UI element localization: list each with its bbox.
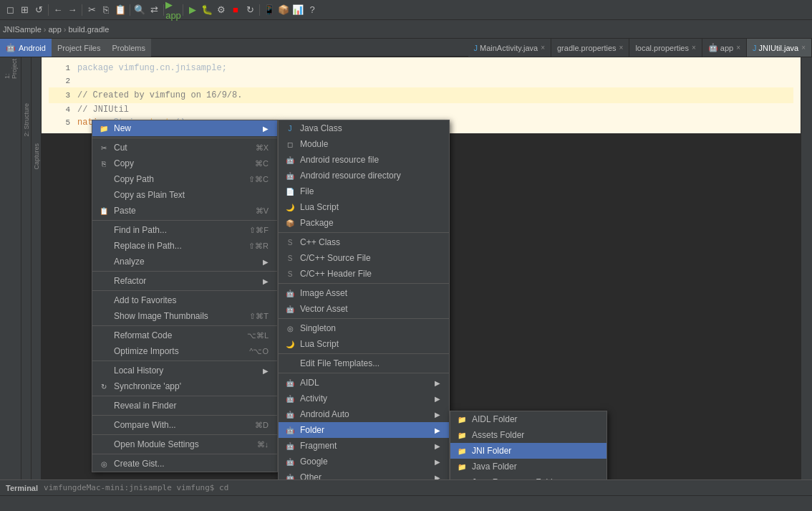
new-android-resource-dir[interactable]: 🤖 Android resource directory <box>279 168 449 183</box>
menu-item-copy-path[interactable]: Copy Path ⇧⌘C <box>92 171 277 187</box>
menu-item-replace-path[interactable]: Replace in Path... ⇧⌘R <box>92 238 277 254</box>
find-icon[interactable]: 🔍 <box>132 3 147 17</box>
undo-icon[interactable]: ← <box>51 3 65 17</box>
close-tab-jniutil[interactable]: × <box>801 44 806 52</box>
run-icon[interactable]: ▶ <box>185 3 200 17</box>
cut-icon: ✂ <box>98 142 110 153</box>
menu-item-module-settings[interactable]: Open Module Settings ⌘↓ <box>92 436 277 452</box>
breadcrumb-jnisample[interactable]: JNISample <box>3 25 42 34</box>
debug-icon[interactable]: 🐛 <box>200 3 214 17</box>
new-module[interactable]: ◻ Module <box>279 136 449 152</box>
new-android-resource-file[interactable]: 🤖 Android resource file <box>279 152 449 168</box>
sync-icon[interactable]: ↻ <box>243 3 257 17</box>
new-file[interactable]: 📄 File <box>279 183 449 199</box>
menu-item-find-path[interactable]: Find in Path... ⇧⌘F <box>92 222 277 238</box>
terminal-label: Terminal <box>6 484 38 492</box>
new-cpp-source[interactable]: S C/C++ Source File <box>279 250 449 266</box>
menu-item-local-history[interactable]: Local History ▶ <box>92 363 277 378</box>
menu-item-image-thumbnails[interactable]: Show Image Thumbnails ⇧⌘T <box>92 308 277 324</box>
right-sidebar <box>801 57 812 494</box>
breadcrumb-gradle[interactable]: build.gradle <box>69 25 110 34</box>
menu-item-add-favorites[interactable]: Add to Favorites <box>92 292 277 308</box>
menu-item-synchronize[interactable]: ↻ Synchronize 'app' <box>92 378 277 394</box>
code-line-4: 4 // JNIUtil <box>49 103 793 116</box>
menu-item-new[interactable]: 📁 New ▶ <box>92 120 277 136</box>
menu-item-reformat[interactable]: Reformat Code ⌥⌘L <box>92 328 277 343</box>
menu-item-compare[interactable]: Compare With... ⌘D <box>92 417 277 433</box>
close-tab-gradle-props[interactable]: × <box>619 44 624 52</box>
run-config-icon[interactable]: ▶ app <box>166 3 180 17</box>
submenu-new: J Java Class ◻ Module 🤖 Android resource… <box>278 120 450 494</box>
java-class-icon: J <box>284 123 296 134</box>
toolbar-icon-3[interactable]: ↺ <box>32 3 46 17</box>
project-icon[interactable]: 1: Project <box>2 60 19 77</box>
editor-tab-app[interactable]: 🤖 app × <box>702 39 747 57</box>
editor-area[interactable]: 1 package vimfung.cn.jnisample; 2 3 // C… <box>42 57 801 494</box>
toolbar-icon-1[interactable]: ◻ <box>3 3 17 17</box>
tab-problems[interactable]: Problems <box>106 39 150 57</box>
new-singleton[interactable]: ◎ Singleton <box>279 320 449 336</box>
edit-file-templates[interactable]: Edit File Templates... <box>279 355 449 371</box>
terminal-bar[interactable]: Terminal vimfungdeMac-mini:jnisample vim… <box>0 479 812 495</box>
toolbar-icon-2[interactable]: ⊞ <box>17 3 32 17</box>
menu-item-analyze[interactable]: Analyze ▶ <box>92 254 277 269</box>
left-panel: 1: Project <box>0 57 21 494</box>
new-folder[interactable]: 🤖 Folder ▶ <box>279 422 449 438</box>
build-icon[interactable]: ⚙ <box>214 3 228 17</box>
replace-icon[interactable]: ⇄ <box>147 3 161 17</box>
menu-item-reveal-finder[interactable]: Reveal in Finder <box>92 398 277 414</box>
structure-icon[interactable]: 2: Structure <box>23 103 30 137</box>
tab-project-files[interactable]: Project Files <box>52 39 107 57</box>
android-profiler-icon[interactable]: 📊 <box>291 3 305 17</box>
menu-item-paste[interactable]: 📋 Paste ⌘V <box>92 203 277 219</box>
new-vector-asset[interactable]: 🤖 Vector Asset <box>279 301 449 317</box>
editor-tab-gradle-props[interactable]: gradle.properties × <box>551 39 629 57</box>
editor-tab-mainactivity[interactable]: J MainActivity.java × <box>468 39 551 57</box>
close-tab-app[interactable]: × <box>736 44 740 52</box>
new-lua-script[interactable]: 🌙 Lua Script <box>279 199 449 215</box>
new-image-asset[interactable]: 🤖 Image Asset <box>279 285 449 301</box>
android-auto-icon: 🤖 <box>284 409 296 420</box>
context-menu-main: 📁 New ▶ ✂ Cut ⌘X ⎘ Copy ⌘C Copy Pat <box>92 120 278 472</box>
second-toolbar: JNISample › app › build.gradle <box>0 20 812 39</box>
new-android-auto[interactable]: 🤖 Android Auto ▶ <box>279 406 449 422</box>
folder-java[interactable]: 📁 Java Folder <box>450 459 606 474</box>
sep4 <box>163 4 164 16</box>
captures-icon[interactable]: Captures <box>33 143 40 170</box>
new-activity[interactable]: 🤖 Activity ▶ <box>279 391 449 406</box>
stop-icon[interactable]: ■ <box>228 3 243 17</box>
breadcrumb-app[interactable]: app <box>48 25 61 34</box>
avd-icon[interactable]: 📱 <box>262 3 276 17</box>
folder-jni[interactable]: 📁 JNI Folder <box>450 443 606 459</box>
new-fragment[interactable]: 🤖 Fragment ▶ <box>279 438 449 454</box>
close-tab-mainactivity[interactable]: × <box>541 44 545 52</box>
folder-assets[interactable]: 📁 Assets Folder <box>450 427 606 443</box>
paste-toolbar-icon[interactable]: 📋 <box>113 3 127 17</box>
editor-tab-jniutil[interactable]: J JNIUtil.java × <box>747 39 812 57</box>
menu-item-copy-plain[interactable]: Copy as Plain Text <box>92 187 277 203</box>
menu-item-optimize-imports[interactable]: Optimize Imports ^⌥O <box>92 343 277 359</box>
vector-asset-icon: 🤖 <box>284 303 296 315</box>
menu-item-cut[interactable]: ✂ Cut ⌘X <box>92 140 277 156</box>
folder-aidl[interactable]: 📁 AIDL Folder <box>450 411 606 427</box>
cut-toolbar-icon[interactable]: ✂ <box>84 3 99 17</box>
new-aidl[interactable]: 🤖 AIDL ▶ <box>279 375 449 391</box>
menu-item-refactor[interactable]: Refactor ▶ <box>92 273 277 289</box>
new-google[interactable]: 🤖 Google ▶ <box>279 454 449 469</box>
sdk-icon[interactable]: 📦 <box>276 3 291 17</box>
tab-android[interactable]: 🤖 Android <box>0 39 52 57</box>
new-cpp-header[interactable]: S C/C++ Header File <box>279 266 449 282</box>
editor-tab-local-props[interactable]: local.properties × <box>629 39 702 57</box>
close-tab-local-props[interactable]: × <box>692 44 696 52</box>
lua-icon: 🌙 <box>284 201 296 213</box>
help-icon[interactable]: ? <box>305 3 319 17</box>
menu-item-create-gist[interactable]: ◎ Create Gist... <box>92 456 277 472</box>
copy-toolbar-icon[interactable]: ⎘ <box>99 3 113 17</box>
menu-item-copy[interactable]: ⎘ Copy ⌘C <box>92 156 277 171</box>
new-cpp-class[interactable]: S C++ Class <box>279 234 449 250</box>
new-lua-script2[interactable]: 🌙 Lua Script <box>279 336 449 352</box>
sep5 <box>183 4 183 16</box>
redo-icon[interactable]: → <box>65 3 79 17</box>
new-java-class[interactable]: J Java Class <box>279 120 449 136</box>
new-package[interactable]: 📦 Package <box>279 215 449 231</box>
